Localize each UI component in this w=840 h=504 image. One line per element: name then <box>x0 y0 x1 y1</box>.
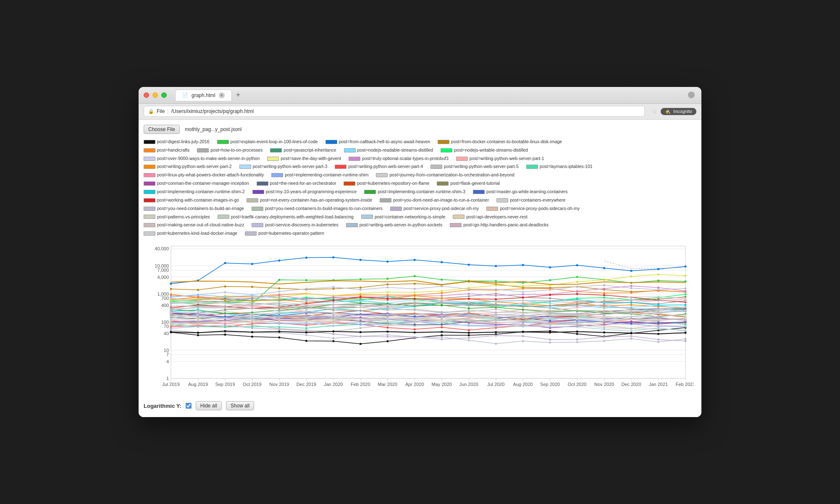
legend: post=digest-links-july-2016 post=explain… <box>144 138 696 237</box>
legend-swatch <box>144 215 155 219</box>
log-y-checkbox-wrap[interactable] <box>186 403 192 409</box>
legend-item[interactable]: post=flask-gevent-tutorial <box>437 180 500 187</box>
legend-swatch <box>239 165 251 169</box>
legend-item[interactable]: post=writing-python-web-server-part-5 <box>430 163 519 171</box>
legend-item[interactable]: post=handicrafts <box>144 147 189 154</box>
legend-item[interactable]: post=implementing-container-runtime-shim… <box>364 188 465 196</box>
legend-item[interactable]: post=kubernetes-kind-load-docker-image <box>144 230 237 237</box>
legend-label: post=making-sense-out-of-cloud-native-bu… <box>157 221 244 229</box>
legend-item[interactable]: post=containers-everywhere <box>496 197 565 204</box>
log-y-checkbox[interactable] <box>186 403 192 409</box>
legend-item[interactable]: post=from-callback-hell-to-async-await-h… <box>326 138 430 146</box>
legend-item[interactable]: post=implementing-container-runtime-shim <box>271 171 368 179</box>
minimize-button[interactable] <box>152 92 158 98</box>
legend-item[interactable]: post=service-proxy-pod-sidecar-oh-my <box>390 205 479 213</box>
legend-item[interactable]: post=writing-web-server-in-python-socket… <box>346 221 443 229</box>
legend-label: post=writing-python-web-server-part-4 <box>348 163 423 171</box>
legend-item[interactable]: post=the-need-for-an-orchestrator <box>257 180 336 187</box>
legend-item[interactable]: post=you-need-containers-to-build-an-ima… <box>144 205 244 213</box>
legend-label: post=kubernetes-operator-pattern <box>258 230 324 237</box>
legend-item[interactable]: post=not-every-container-has-an-operatin… <box>247 197 372 204</box>
legend-label: post=kubernetes-kind-load-docker-image <box>157 230 237 237</box>
legend-label: post=journey-from-containerization-to-or… <box>389 171 514 179</box>
legend-item[interactable]: post=nodejs-writable-streams-distilled <box>441 147 528 154</box>
legend-item[interactable]: post=save-the-day-with-gevent <box>267 155 341 163</box>
legend-label: post=nodejs-writable-streams-distilled <box>454 147 528 154</box>
legend-item[interactable]: post=api-developers-never-rest <box>453 213 528 221</box>
legend-swatch <box>344 181 355 186</box>
hide-all-button[interactable]: Hide all <box>196 401 222 410</box>
legend-item[interactable]: post=truly-optional-scalar-types-in-prot… <box>349 155 449 163</box>
new-tab-button[interactable]: + <box>234 91 242 100</box>
legend-swatch <box>197 148 209 152</box>
legend-label: post=working-with-container-images-in-go <box>157 197 239 204</box>
legend-item[interactable]: post=making-sense-out-of-cloud-native-bu… <box>144 221 244 229</box>
show-all-button[interactable]: Show all <box>226 401 254 410</box>
legend-item[interactable]: post=laymans-iptables-101 <box>526 163 593 171</box>
choose-file-button[interactable]: Choose File <box>144 125 180 134</box>
legend-label: post=explain-event-loop-in-100-lines-of-… <box>231 138 318 146</box>
titlebar: 📄 graph.html ✕ + <box>139 87 701 104</box>
legend-item[interactable]: post=explain-event-loop-in-100-lines-of-… <box>217 138 318 146</box>
legend-label: post=not-every-container-has-an-operatin… <box>260 197 372 204</box>
address-bar: 🔒 File | /Users/iximiuz/projects/pq/grap… <box>139 104 701 120</box>
legend-label: post=kubernetes-repository-on-flame <box>357 180 429 187</box>
legend-swatch <box>456 157 468 161</box>
bookmark-star-button[interactable]: ☆ <box>651 108 657 116</box>
legend-item[interactable]: post=digest-links-july-2016 <box>144 138 210 146</box>
close-button[interactable] <box>144 92 149 98</box>
url-box[interactable]: 🔒 File | /Users/iximiuz/projects/pq/grap… <box>144 106 645 117</box>
legend-item[interactable]: post=service-discovery-in-kubernetes <box>252 221 338 229</box>
url-protocol: File <box>157 108 165 114</box>
legend-item[interactable]: post=writing-python-web-server-part-1 <box>456 155 544 163</box>
legend-swatch <box>450 223 462 227</box>
legend-item[interactable]: post=my-10-years-of-programming-experien… <box>252 188 357 196</box>
legend-swatch <box>437 181 449 186</box>
legend-item[interactable]: post=writing-python-web-server-part-4 <box>335 163 423 171</box>
legend-label: post=container-networking-is-simple <box>375 213 445 221</box>
legend-item[interactable]: post=traefik-canary-deployments-with-wei… <box>218 213 354 221</box>
incognito-icon: 🕵 <box>665 109 671 114</box>
legend-item[interactable]: post=linux-pty-what-powers-docker-attach… <box>144 171 264 179</box>
legend-swatch <box>361 215 373 219</box>
legend-item[interactable]: post=nodejs-readable-streams-distilled <box>344 147 433 154</box>
legend-item[interactable]: post=implementing-container-runtime-shim… <box>144 188 245 196</box>
legend-item[interactable]: post=writing-python-web-server-part-3 <box>239 163 328 171</box>
incognito-badge: 🕵 Incognito <box>661 108 696 115</box>
legend-swatch <box>335 165 346 169</box>
tab-close-button[interactable]: ✕ <box>219 92 225 98</box>
legend-item[interactable]: post=working-with-container-images-in-go <box>144 197 239 204</box>
legend-label: post=truly-optional-scalar-types-in-prot… <box>362 155 449 163</box>
tab-favicon: 📄 <box>182 92 188 98</box>
legend-item[interactable]: post=patterns-vs-principles <box>144 213 210 221</box>
legend-item[interactable]: post=service-proxy-pods-sidecars-oh-my <box>486 205 580 213</box>
active-tab[interactable]: 📄 graph.html ✕ <box>175 89 232 101</box>
legend-item[interactable]: post=master-go-while-learning-containers <box>473 188 567 196</box>
legend-label: post=service-proxy-pod-sidecar-oh-my <box>404 205 479 213</box>
legend-item[interactable]: post=over-9000-ways-to-make-web-server-i… <box>144 155 260 163</box>
legend-swatch <box>326 140 337 144</box>
legend-label: post=writing-web-server-in-python-socket… <box>360 221 443 229</box>
page-content: Choose File mothly_pag...y_post.jsonl po… <box>139 120 701 417</box>
legend-item[interactable]: post=you-dont-need-an-image-to-run-a-con… <box>380 197 489 204</box>
legend-swatch <box>144 173 155 177</box>
legend-item[interactable]: post=kubernetes-repository-on-flame <box>344 180 429 187</box>
legend-swatch <box>438 140 449 144</box>
legend-item[interactable]: post=conman-the-container-manager-incept… <box>144 180 249 187</box>
legend-item[interactable]: post=container-networking-is-simple <box>361 213 445 221</box>
legend-swatch <box>247 198 258 202</box>
legend-label: post=laymans-iptables-101 <box>540 163 593 171</box>
legend-item[interactable]: post=from-docker-container-to-bootable-l… <box>438 138 562 146</box>
legend-item[interactable]: post=go-http-handlers-panic-and-deadlock… <box>450 221 549 229</box>
legend-item[interactable]: post=kubernetes-operator-pattern <box>245 230 324 237</box>
legend-item[interactable]: post=writing-python-web-server-part-2 <box>144 163 232 171</box>
url-separator: | <box>167 108 168 114</box>
legend-item[interactable]: post=you-need-containers-to-build-images… <box>252 205 383 213</box>
legend-item[interactable]: post=journey-from-containerization-to-or… <box>376 171 514 179</box>
legend-label: post=from-docker-container-to-bootable-l… <box>451 138 562 146</box>
legend-label: post=flask-gevent-tutorial <box>450 180 500 187</box>
legend-label: post=conman-the-container-manager-incept… <box>157 180 249 187</box>
legend-item[interactable]: post=javascript-inheritance <box>270 147 336 154</box>
legend-item[interactable]: post=how-to-on-processes <box>197 147 262 154</box>
maximize-button[interactable] <box>161 92 167 98</box>
